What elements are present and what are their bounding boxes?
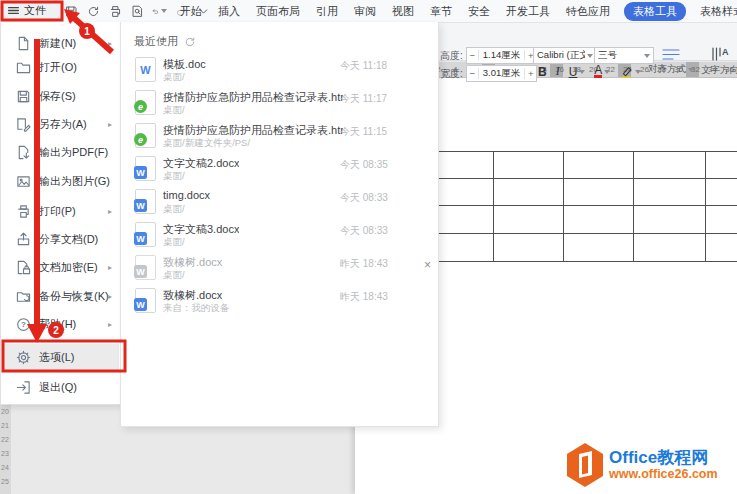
menu-item-备份与恢复[interactable]: 备份与恢复(K)▸ (2, 283, 119, 309)
menu-item-label: 选项(L) (39, 350, 74, 365)
menu-item-打开[interactable]: 打开(O) (2, 54, 119, 80)
submenu-arrow-icon: ▸ (108, 39, 112, 48)
menu-item-文档加密[interactable]: 文档加密(E)▸ (2, 254, 119, 280)
tab-表格样式[interactable]: 表格样式 (698, 3, 737, 20)
submenu-arrow-icon: ▸ (108, 320, 112, 329)
save-as-icon (16, 117, 31, 132)
menu-item-输出为图片[interactable]: 输出为图片(G) (2, 168, 119, 194)
width-value[interactable]: 3.01厘米 (479, 67, 525, 80)
undo-button[interactable] (152, 4, 167, 19)
file-menu-button[interactable]: 文件 (3, 2, 67, 19)
tab-视图[interactable]: 视图 (390, 3, 416, 20)
tab-页面布局[interactable]: 页面布局 (254, 3, 302, 20)
tab-章节[interactable]: 章节 (428, 3, 454, 20)
recent-file-item[interactable]: W致橡树.docx来自：我的设备昨天 18:43 (121, 285, 438, 318)
file-time: 今天 11:18 (340, 59, 387, 73)
vruler-number: 23 (1, 450, 9, 457)
italic-button[interactable]: I (556, 64, 560, 79)
print-icon (16, 204, 31, 219)
bold-button[interactable]: B (538, 65, 547, 79)
watermark: Office教程网 www.office26.com (566, 442, 718, 488)
align-button[interactable]: 对齐方式 (648, 48, 694, 76)
height-value[interactable]: 1.14厘米 (479, 49, 525, 62)
docx-file-icon: W (135, 189, 156, 214)
docx-file-icon-gray: W (135, 255, 156, 280)
menu-item-退出[interactable]: 退出(Q) (2, 374, 119, 400)
share-icon (16, 232, 31, 247)
print-icon (109, 5, 122, 18)
recent-file-item[interactable]: e疫情防护应急防护用品检查记录表.html桌面/新建文件夹/PS/今天 11:1… (121, 120, 438, 153)
submenu-arrow-icon: ▸ (108, 120, 112, 129)
font-size-value: 三号 (598, 49, 617, 62)
menu-item-输出为PDF[interactable]: 输出为PDF(F) (2, 139, 119, 165)
new-doc-icon (16, 36, 31, 51)
recent-file-item[interactable]: W致橡树.docx桌面/昨天 18:43 (121, 252, 438, 285)
tab-插入[interactable]: 插入 (216, 3, 242, 20)
hamburger-icon (7, 4, 20, 17)
recent-file-item[interactable]: W文字文稿2.docx桌面/今天 08:35 (121, 153, 438, 186)
vertical-ruler[interactable]: 202122232425 (0, 404, 11, 494)
vruler-number: 25 (1, 478, 9, 485)
vruler-number: 21 (1, 422, 9, 429)
print-button[interactable] (108, 4, 123, 19)
align-icon (661, 48, 681, 61)
menu-item-label: 分享文档(D) (39, 232, 98, 247)
menu-item-label: 输出为PDF(F) (39, 145, 108, 160)
file-name: 致橡树.docx (163, 255, 222, 270)
file-time: 今天 11:17 (340, 92, 387, 106)
font-color-button[interactable]: A (594, 65, 610, 78)
menu-item-label: 文档加密(E) (39, 260, 98, 275)
underline-label: U (569, 65, 578, 79)
menu-item-帮助[interactable]: ?帮助(H)▸ (2, 311, 119, 337)
width-plus-button[interactable]: + (524, 68, 536, 79)
table-row-border (415, 233, 737, 234)
recent-file-item[interactable]: e疫情防护应急防护用品检查记录表.html桌面/今天 11:17 (121, 87, 438, 120)
table-column-border (705, 151, 706, 261)
tab-表格工具[interactable]: 表格工具 (624, 2, 686, 21)
submenu-arrow-icon: ▸ (108, 207, 112, 216)
file-name: 文字文稿2.docx (163, 156, 239, 171)
table-row-border (415, 205, 737, 206)
sync-button[interactable] (86, 4, 101, 19)
recent-file-item[interactable]: W文字文稿3.docx桌面/今天 08:33 (121, 219, 438, 252)
recent-file-item[interactable]: W模板.doc桌面/今天 11:18 (121, 54, 438, 87)
office26-logo-icon (566, 442, 604, 488)
menu-item-label: 打开(O) (39, 60, 77, 75)
tab-开始[interactable]: 开始 (178, 3, 204, 20)
options-gear-icon (16, 350, 31, 365)
save-button[interactable] (64, 4, 79, 19)
menu-item-保存[interactable]: 保存(S) (2, 83, 119, 109)
chevron-down-icon (604, 70, 610, 74)
height-minus-button[interactable]: − (467, 50, 479, 61)
text-direction-button[interactable]: A 文字方向 (701, 46, 737, 77)
menu-item-新建[interactable]: 新建(N)▸ (2, 30, 119, 56)
tab-引用[interactable]: 引用 (314, 3, 340, 20)
highlight-button[interactable] (619, 65, 641, 79)
html-file-icon: e (135, 123, 156, 148)
menu-item-label: 打印(P) (39, 204, 76, 219)
refresh-icon[interactable] (184, 36, 196, 48)
menu-item-打印[interactable]: 打印(P)▸ (2, 198, 119, 224)
file-name: timg.docx (163, 189, 210, 201)
cell-width-stepper[interactable]: − 3.01厘米 + (466, 65, 538, 82)
menu-item-选项[interactable]: 选项(L) (2, 344, 119, 370)
help-icon: ? (16, 317, 31, 332)
print-preview-button[interactable] (130, 4, 145, 19)
svg-text:?: ? (21, 320, 26, 329)
text-direction-label: 文字方向 (701, 64, 737, 77)
menu-item-分享文档[interactable]: 分享文档(D) (2, 226, 119, 252)
width-minus-button[interactable]: − (467, 68, 479, 79)
tab-特色应用[interactable]: 特色应用 (564, 3, 612, 20)
cell-height-stepper[interactable]: − 1.14厘米 + (466, 47, 538, 64)
font-name-select[interactable]: Calibri (正文) (533, 47, 597, 64)
underline-button[interactable]: U (569, 65, 586, 79)
font-size-select[interactable]: 三号 (594, 47, 654, 64)
submenu-arrow-icon: ▸ (108, 263, 112, 272)
tab-安全[interactable]: 安全 (466, 3, 492, 20)
menu-item-另存为[interactable]: 另存为(A)▸ (2, 111, 119, 137)
tab-开发工具[interactable]: 开发工具 (504, 3, 552, 20)
tab-审阅[interactable]: 审阅 (352, 3, 378, 20)
export-pdf-icon (16, 145, 31, 160)
remove-recent-file-button[interactable]: × (424, 258, 431, 272)
recent-file-item[interactable]: Wtimg.docx桌面/今天 08:33 (121, 186, 438, 219)
